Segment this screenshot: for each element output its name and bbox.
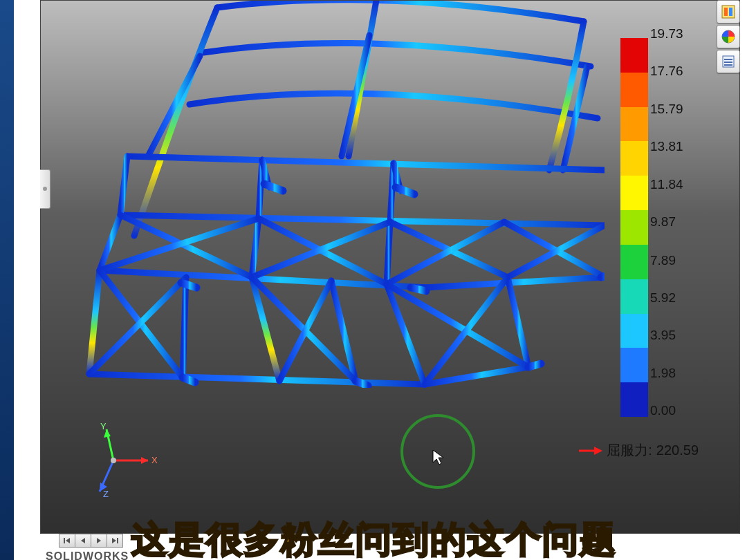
legend-tick: 0.00 (650, 403, 676, 418)
svg-marker-20 (81, 538, 85, 543)
legend-tick: 13.81 (650, 139, 683, 154)
svg-marker-1 (141, 457, 148, 464)
nav-next-button[interactable] (91, 534, 107, 548)
legend-tick: 9.87 (650, 214, 676, 230)
coordinate-triad[interactable]: X Y Z (82, 422, 158, 498)
axis-y-label: Y (100, 422, 107, 431)
video-caption-overlay: 这是很多粉丝问到的这个问题 (131, 516, 617, 560)
legend-tick: 19.73 (650, 26, 683, 41)
legend-tick: 5.92 (650, 290, 676, 306)
color-options-button[interactable] (717, 25, 740, 48)
desktop-background-edge (0, 0, 14, 560)
svg-rect-18 (64, 538, 65, 543)
svg-rect-10 (722, 6, 735, 18)
svg-marker-19 (66, 538, 70, 543)
mouse-cursor-icon (432, 449, 445, 465)
yield-label: 屈服力: (607, 441, 652, 460)
nav-last-button[interactable] (107, 534, 123, 548)
stress-legend-colorbar[interactable] (620, 38, 648, 417)
legend-tick: 11.84 (650, 177, 683, 192)
app-window: X Y Z (14, 0, 747, 560)
svg-marker-21 (97, 538, 101, 543)
legend-tick: 17.76 (650, 64, 683, 79)
plot-toolbar (717, 0, 740, 75)
arrow-right-icon (578, 444, 602, 458)
plot-settings-button[interactable] (717, 0, 740, 24)
svg-rect-11 (724, 8, 728, 16)
legend-tick: 1.98 (650, 366, 676, 381)
nav-prev-button[interactable] (75, 534, 91, 548)
svg-rect-12 (729, 8, 732, 16)
svg-point-6 (111, 458, 116, 463)
yield-value: 220.59 (656, 442, 699, 458)
svg-marker-22 (112, 538, 116, 543)
legend-tick: 15.79 (650, 102, 683, 117)
yield-strength-indicator: 屈服力: 220.59 (578, 441, 699, 460)
axis-z-label: Z (103, 489, 109, 498)
fea-model[interactable] (79, 1, 605, 388)
svg-marker-9 (594, 447, 602, 455)
legend-tick: 3.95 (650, 328, 676, 343)
axis-x-label: X (151, 455, 158, 465)
nav-first-button[interactable] (59, 534, 75, 548)
probe-list-button[interactable] (717, 50, 740, 73)
legend-tick: 7.89 (650, 253, 676, 268)
sheet-nav (59, 534, 123, 548)
app-name-label: SOLIDWORKS (46, 550, 129, 560)
svg-rect-23 (117, 538, 118, 543)
feature-tree-collapsed-tab[interactable] (40, 169, 50, 209)
stress-legend-labels: 19.73 17.76 15.79 13.81 11.84 9.87 7.89 … (650, 26, 706, 424)
svg-marker-7 (433, 450, 443, 465)
